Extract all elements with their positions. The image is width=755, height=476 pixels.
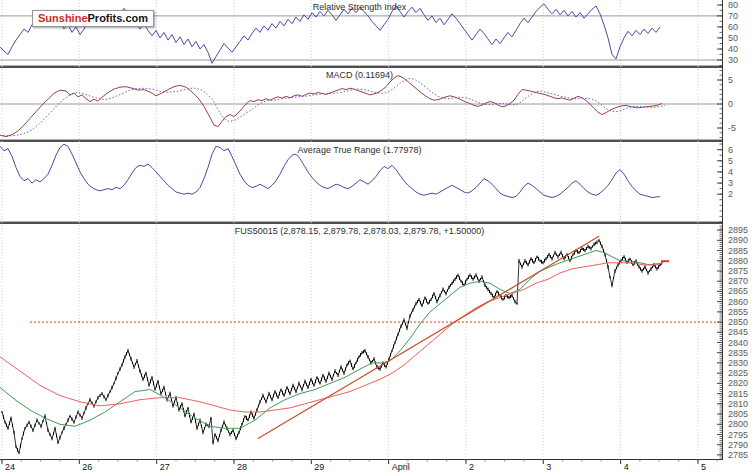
x-axis-label: 26 (82, 462, 92, 472)
y-axis-label: 2885 (728, 246, 748, 256)
y-axis-label: 2 (728, 189, 733, 199)
ma-fast-line (0, 251, 663, 429)
y-axis-label: 2865 (728, 286, 748, 296)
y-axis-label: 70 (728, 11, 738, 21)
watermark-logo: SunshineProfits.com (32, 10, 154, 27)
y-axis-label: 2840 (728, 338, 748, 348)
y-axis-label: 30 (728, 55, 738, 65)
y-axis-label: 2790 (728, 440, 748, 450)
y-axis-label: 50 (728, 33, 738, 43)
y-axis-label: 2855 (728, 307, 748, 317)
y-axis-label: 5 (728, 156, 733, 166)
y-axis-label: 2875 (728, 266, 748, 276)
x-axis-label: 4 (624, 462, 629, 472)
price-bars (2, 239, 662, 454)
x-axis-label: 3 (546, 462, 551, 472)
y-axis-label: 6 (728, 145, 733, 155)
y-axis-label: 3 (728, 178, 733, 188)
y-axis-label: 80 (728, 0, 738, 10)
atr-line (0, 144, 660, 197)
y-axis-label: 4 (728, 167, 733, 177)
x-axis-label: 2 (469, 462, 474, 472)
y-axis-label: 2850 (728, 317, 748, 327)
logo-text-sunshine: Sunshine (38, 12, 88, 24)
x-axis-label: 5 (701, 462, 706, 472)
chart-page: { "logo": {"part1": "Sunshine", "part2":… (0, 0, 755, 476)
y-axis-label: 2870 (728, 276, 748, 286)
signal-line (3, 79, 665, 136)
y-axis-label: 2795 (728, 430, 748, 440)
y-axis-label: -5 (728, 123, 736, 133)
y-axis-label: 2785 (728, 450, 748, 460)
x-axis-label: 27 (160, 462, 170, 472)
y-axis-label: 5 (728, 75, 733, 85)
y-axis-label: 2815 (728, 389, 748, 399)
y-axis-label: 2825 (728, 368, 748, 378)
y-axis-label: 2890 (728, 235, 748, 245)
y-axis-label: 60 (728, 22, 738, 32)
y-axis-label: 2880 (728, 256, 748, 266)
x-axis-label: 29 (314, 462, 324, 472)
y-axis-label: 2845 (728, 327, 748, 337)
y-axis-label: 2835 (728, 348, 748, 358)
x-axis-label: 28 (237, 462, 247, 472)
x-axis-label: April (392, 462, 410, 472)
price-chart-canvas: 80706050403050-5654322895289028852880287… (0, 0, 755, 476)
logo-text-profits: Profits.com (88, 12, 149, 24)
y-axis-label: 2830 (728, 358, 748, 368)
y-axis-label: 2805 (728, 409, 748, 419)
y-axis-label: 2860 (728, 297, 748, 307)
trendline (258, 236, 599, 438)
y-axis-label: 2810 (728, 399, 748, 409)
ma-slow-line (0, 263, 663, 412)
y-axis-label: 2895 (728, 225, 748, 235)
x-axis-label: 24 (5, 462, 15, 472)
y-axis-label: 40 (728, 44, 738, 54)
y-axis-label: 0 (728, 99, 733, 109)
macd-line (0, 76, 662, 137)
y-axis-label: 2800 (728, 419, 748, 429)
y-axis-label: 2820 (728, 378, 748, 388)
